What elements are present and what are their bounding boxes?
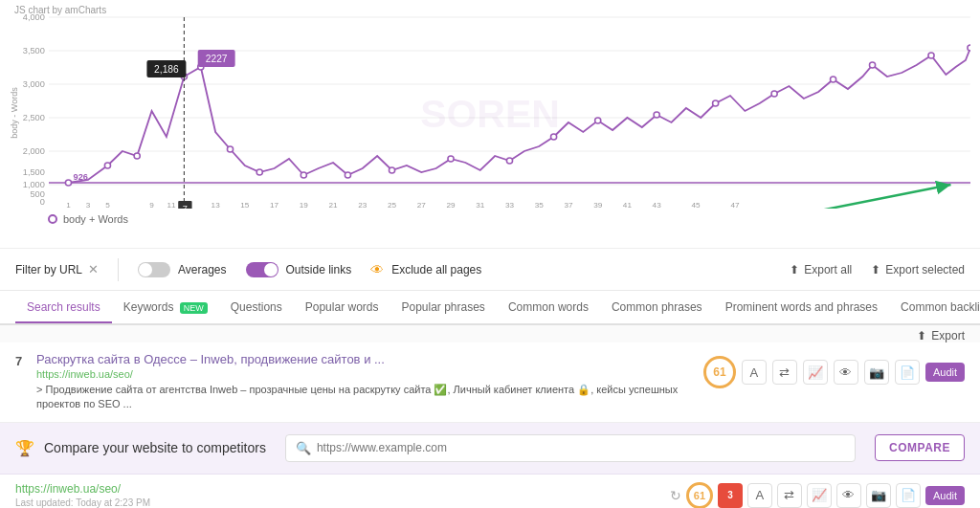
svg-text:17: 17 (270, 201, 279, 209)
outside-links-toggle-group: Outside links (246, 262, 352, 277)
export-selected-icon: ⬆ (871, 263, 880, 276)
eye-result-icon[interactable]: 👁 (834, 360, 858, 385)
compare-title: Compare your website to competitors (44, 440, 266, 455)
compare-button[interactable]: COMPARE (875, 434, 965, 461)
compare-url-input[interactable] (317, 441, 845, 454)
link-icon[interactable]: ⇄ (772, 360, 797, 385)
averages-toggle[interactable] (138, 262, 170, 277)
svg-text:19: 19 (300, 201, 309, 209)
filter-url-label: Filter by URL (15, 263, 82, 276)
export-all-button[interactable]: ⬆ Export all (790, 263, 852, 276)
export-selected-button[interactable]: ⬆ Export selected (871, 263, 965, 276)
svg-point-34 (771, 91, 777, 97)
svg-text:1: 1 (66, 201, 71, 209)
averages-toggle-knob (139, 263, 152, 276)
tab-keywords[interactable]: Keywords NEW (112, 293, 219, 323)
svg-text:39: 39 (593, 201, 603, 209)
bottom-trend-icon[interactable]: 📈 (807, 483, 832, 508)
audit-button[interactable]: Export Audit (925, 363, 965, 382)
bottom-result-url[interactable]: https://inweb.ua/seo/ (15, 482, 150, 496)
svg-text:3,500: 3,500 (23, 46, 45, 55)
svg-text:35: 35 (535, 201, 545, 209)
svg-text:2,000: 2,000 (23, 146, 45, 156)
svg-point-18 (65, 180, 71, 186)
refresh-icon[interactable]: ↻ (670, 488, 681, 503)
svg-text:3: 3 (86, 201, 91, 209)
bottom-result-info: https://inweb.ua/seo/ Last updated: Toda… (15, 482, 150, 508)
svg-text:37: 37 (564, 201, 573, 209)
tab-common-backlinks[interactable]: Common backlinks BETA (889, 293, 980, 323)
svg-text:0: 0 (40, 197, 45, 207)
tab-common-phrases[interactable]: Common phrases (600, 293, 714, 323)
svg-text:13: 13 (212, 201, 221, 209)
svg-text:1,000: 1,000 (23, 180, 45, 189)
results-area: ⬆ Export 7 Раскрутка сайта в Одессе – In… (0, 325, 980, 508)
chart-legend: body + Words (10, 213, 970, 225)
toolbar: Filter by URL ✕ Averages Outside links 👁… (0, 249, 980, 291)
chart-svg: 4,000 3,500 3,000 2,500 2,000 1,500 1,00… (10, 8, 970, 209)
trend-icon[interactable]: 📈 (803, 360, 828, 385)
legend-label: body + Words (63, 213, 128, 225)
text-icon[interactable]: A (742, 360, 767, 385)
svg-text:7: 7 (183, 204, 188, 209)
result-content: Раскрутка сайта в Одессе – Inweb, продви… (36, 352, 694, 412)
svg-text:23: 23 (358, 201, 368, 209)
bottom-link-icon[interactable]: ⇄ (777, 483, 802, 508)
divider-1 (118, 258, 119, 281)
filter-url-group: Filter by URL ✕ (15, 262, 99, 276)
file-icon[interactable]: 📄 (895, 360, 920, 385)
tab-questions[interactable]: Questions (219, 293, 294, 323)
bottom-file-icon[interactable]: 📄 (896, 483, 921, 508)
svg-text:4,000: 4,000 (23, 12, 45, 22)
svg-text:47: 47 (731, 201, 741, 209)
svg-point-35 (830, 77, 835, 82)
bottom-camera-icon[interactable]: 📷 (866, 483, 891, 508)
bottom-audit-button[interactable]: Audit (925, 486, 965, 505)
shield-badge: 3 (718, 483, 743, 508)
tabs-bar: Search results Keywords NEW Questions Po… (0, 291, 980, 325)
svg-point-38 (968, 45, 970, 51)
camera-icon[interactable]: 📷 (864, 360, 889, 385)
svg-point-26 (345, 172, 350, 178)
svg-text:27: 27 (417, 201, 427, 209)
legend-dot (48, 214, 57, 224)
tab-prominent-words[interactable]: Prominent words and phrases (714, 293, 889, 323)
tab-popular-phrases[interactable]: Popular phrases (390, 293, 496, 323)
outside-links-toggle[interactable] (246, 262, 278, 277)
export-all-icon: ⬆ (790, 263, 799, 276)
svg-point-28 (448, 156, 454, 162)
averages-toggle-group: Averages (138, 262, 226, 277)
svg-point-23 (227, 146, 233, 152)
tab-common-words[interactable]: Common words (497, 293, 600, 323)
svg-point-29 (506, 158, 512, 164)
svg-point-32 (654, 112, 659, 118)
svg-text:21: 21 (329, 201, 339, 209)
chart-area: JS chart by amCharts 4,000 3,500 3,000 2… (0, 0, 980, 249)
bottom-score-badge: 61 (686, 482, 713, 508)
results-export-button[interactable]: ⬆ Export (917, 329, 965, 342)
svg-text:5: 5 (105, 201, 110, 209)
svg-text:body - Words: body - Words (10, 87, 19, 139)
compare-search-icon: 🔍 (296, 441, 311, 455)
svg-point-30 (551, 134, 557, 140)
result-url[interactable]: https://inweb.ua/seo/ (36, 368, 694, 380)
svg-text:41: 41 (623, 201, 633, 209)
result-item: 7 Раскрутка сайта в Одессе – Inweb, прод… (0, 342, 980, 423)
outside-links-knob (264, 263, 278, 276)
svg-line-71 (588, 185, 950, 209)
clear-filter-icon[interactable]: ✕ (88, 262, 99, 276)
tab-search-results[interactable]: Search results (15, 293, 112, 323)
chart-wrapper: 4,000 3,500 3,000 2,500 2,000 1,500 1,00… (10, 8, 970, 218)
svg-text:29: 29 (446, 201, 456, 209)
svg-point-19 (104, 163, 110, 168)
result-snippet: > Продвижение сайта от агентства Inweb –… (36, 383, 694, 412)
result-title[interactable]: Раскрутка сайта в Одессе – Inweb, продви… (36, 352, 694, 366)
bottom-result-actions: ↻ 61 3 A ⇄ 📈 👁 📷 📄 Audit (670, 482, 965, 508)
svg-text:43: 43 (653, 201, 662, 209)
results-header: ⬆ Export (0, 325, 980, 342)
tab-popular-words[interactable]: Popular words (294, 293, 390, 323)
svg-text:15: 15 (240, 201, 250, 209)
result-actions: 61 A ⇄ 📈 👁 📷 📄 Export Audit (703, 356, 965, 388)
bottom-text-icon[interactable]: A (747, 483, 772, 508)
bottom-eye-icon[interactable]: 👁 (836, 483, 861, 508)
